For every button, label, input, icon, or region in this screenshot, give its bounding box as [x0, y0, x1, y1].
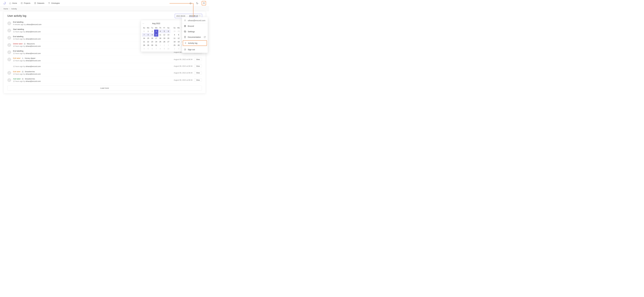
activity-action: End labelling: [13, 50, 23, 52]
calendar-day[interactable]: 26: [176, 43, 180, 47]
chevron-left-icon: ‹: [144, 23, 144, 24]
calendar-day[interactable]: 27: [166, 40, 170, 43]
user-menu-activity-log[interactable]: Activity log: [183, 40, 207, 46]
object-type-icon: [22, 78, 24, 80]
activity-time-rel: 12 hours ago: [13, 73, 23, 75]
external-link-icon: [204, 36, 206, 38]
user-menu-documentation[interactable]: Documentation: [182, 34, 208, 40]
calendar-day[interactable]: 7: [142, 33, 146, 36]
calendar-day[interactable]: 17: [154, 36, 158, 40]
calendar-day: 3: [176, 47, 180, 50]
calendar-day[interactable]: 11: [172, 36, 176, 40]
user-menu-encord[interactable]: Encord: [182, 23, 208, 29]
calendar-day[interactable]: 12: [176, 36, 180, 40]
load-more-button[interactable]: Load more: [7, 86, 202, 91]
calendar-dow: Su: [172, 26, 176, 30]
calendar-day[interactable]: 4: [158, 30, 162, 33]
breadcrumb-home[interactable]: Home: [4, 8, 8, 10]
date-end: 2022-08-10: [189, 15, 198, 17]
calendar-day[interactable]: 18: [172, 40, 176, 43]
date-start: 2022-08-03: [176, 15, 185, 17]
annotation-line-horizontal: [170, 3, 194, 3]
calendar-day[interactable]: 5: [176, 33, 180, 36]
calendar-day[interactable]: 20: [166, 36, 170, 40]
calendar-day: 4: [142, 47, 146, 50]
calendar-day[interactable]: 18: [158, 36, 162, 40]
calendar-icon: [199, 15, 201, 17]
calendar-day[interactable]: 13: [166, 33, 170, 36]
calendar-day[interactable]: 26: [162, 40, 166, 43]
nav-datasets[interactable]: Datasets: [34, 2, 44, 4]
theme-toggle[interactable]: [195, 1, 199, 5]
projects-icon: [21, 2, 23, 4]
calendar-day[interactable]: 10: [154, 33, 158, 36]
user-menu-button[interactable]: [202, 1, 206, 5]
calendar-prev-buttons[interactable]: « ‹: [142, 23, 144, 24]
calendar-day[interactable]: 3: [154, 30, 158, 33]
calendar-day[interactable]: 23: [150, 40, 154, 43]
calendar-day[interactable]: 19: [162, 36, 166, 40]
activity-avatar: [7, 58, 11, 61]
view-button[interactable]: View: [194, 58, 202, 61]
calendar-day[interactable]: 30: [150, 43, 154, 47]
activity-action: End labelling: [13, 21, 23, 23]
calendar-day[interactable]: 15: [146, 36, 150, 40]
object-type-icon: [22, 71, 24, 72]
object-type-icon: [22, 57, 24, 59]
nav-projects[interactable]: Projects: [21, 2, 30, 4]
calendar-day[interactable]: 2: [150, 30, 154, 33]
calendar-day[interactable]: 29: [146, 43, 150, 47]
calendar-day[interactable]: 4: [172, 33, 176, 36]
activity-user: uthara@encord.com: [26, 23, 42, 25]
calendar-day: 10: [166, 47, 170, 50]
calendar-day[interactable]: 5: [162, 30, 166, 33]
calendar-day[interactable]: 9: [150, 33, 154, 36]
calendar-day[interactable]: 12: [162, 33, 166, 36]
datasets-icon: [34, 2, 36, 4]
calendar-day[interactable]: 22: [146, 40, 150, 43]
calendar-day[interactable]: 25: [172, 43, 176, 47]
calendar-dow: We: [154, 26, 158, 30]
pencil-icon: [8, 72, 10, 74]
activity-avatar: [7, 71, 11, 75]
view-button[interactable]: View: [194, 64, 202, 68]
activity-object: Macarons: [27, 43, 35, 45]
pencil-icon: [8, 30, 10, 31]
calendar-day[interactable]: 11: [158, 33, 162, 36]
calendar-day[interactable]: 28: [142, 43, 146, 47]
svg-point-25: [185, 20, 186, 20]
user-menu-activity-log-label: Activity log: [188, 42, 197, 44]
calendar-day[interactable]: 16: [150, 36, 154, 40]
calendar-day[interactable]: 24: [154, 40, 158, 43]
ontologies-icon: [48, 2, 50, 4]
by-label: by: [23, 45, 25, 47]
calendar-day: 2: [172, 47, 176, 50]
nav-home[interactable]: Home: [9, 2, 17, 4]
user-menu-settings[interactable]: Settings: [182, 29, 208, 34]
activity-time-rel: 11 hours ago: [13, 31, 23, 33]
calendar-day[interactable]: 6: [166, 30, 170, 33]
globe-icon: [184, 25, 186, 27]
nav-ontologies[interactable]: Ontologies: [48, 2, 60, 4]
view-button[interactable]: View: [194, 78, 202, 82]
calendar-day[interactable]: 8: [146, 33, 150, 36]
activity-user: uthara@encord.com: [26, 80, 40, 82]
user-menu-sign-out[interactable]: Sign out: [182, 47, 208, 52]
activity-timestamp: August 09, 2022 at 08:34: [174, 65, 192, 67]
activity-user: uthara@encord.com: [26, 38, 40, 40]
activity-time-rel: 12 hours ago: [13, 45, 23, 47]
activity-user: uthara@encord.com: [26, 31, 40, 33]
activity-row: Edit labelStrawberries12 hours ago by ut…: [7, 69, 202, 76]
list-icon: [184, 42, 186, 44]
calendar-day[interactable]: 1: [146, 30, 150, 33]
calendar-day[interactable]: 31: [154, 43, 158, 47]
calendar-dow: Fr: [162, 26, 166, 30]
calendar-day[interactable]: 14: [142, 36, 146, 40]
calendar-day: 5: [146, 47, 150, 50]
calendar-day[interactable]: 19: [176, 40, 180, 43]
calendar-day[interactable]: 21: [142, 40, 146, 43]
nav-home-label: Home: [12, 2, 17, 4]
view-button[interactable]: View: [194, 71, 202, 74]
calendar-day: 1: [158, 43, 162, 47]
calendar-day[interactable]: 25: [158, 40, 162, 43]
